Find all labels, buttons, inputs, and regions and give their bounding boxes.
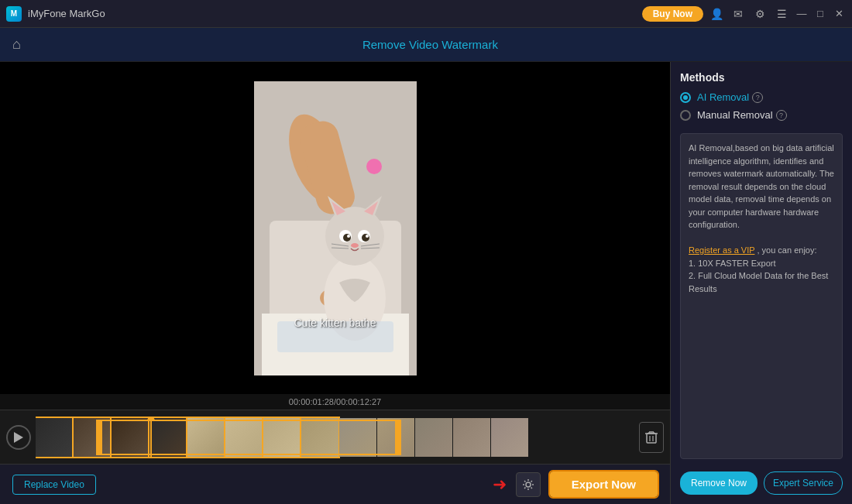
thumb-5 bbox=[187, 418, 225, 457]
play-button[interactable] bbox=[6, 425, 31, 450]
export-settings-button[interactable] bbox=[516, 472, 541, 497]
home-icon[interactable]: ⌂ bbox=[12, 36, 21, 53]
main-content: Cute kitten bathe 00:00:01:28/00:00:12:2… bbox=[0, 62, 852, 504]
ai-removal-option[interactable]: AI Removal ? bbox=[680, 91, 843, 103]
thumb-8 bbox=[301, 418, 338, 457]
account-icon[interactable]: 👤 bbox=[708, 5, 725, 22]
ai-removal-help-icon[interactable]: ? bbox=[752, 92, 763, 103]
app-logo: M bbox=[6, 6, 22, 22]
buy-now-button[interactable]: Buy Now bbox=[642, 6, 703, 22]
thumb-1 bbox=[36, 418, 73, 457]
thumb-3 bbox=[112, 418, 149, 457]
thumb-4 bbox=[149, 418, 187, 457]
bottom-right: ➜ Export Now bbox=[493, 471, 658, 497]
replace-video-button[interactable]: Replace Video bbox=[12, 475, 96, 495]
manual-removal-radio[interactable] bbox=[680, 110, 691, 121]
thumb-12 bbox=[453, 418, 490, 457]
mail-icon[interactable]: ✉ bbox=[730, 5, 747, 22]
timeline-cursor bbox=[150, 418, 152, 457]
vip-link[interactable]: Register as a VIP bbox=[689, 245, 754, 255]
svg-point-7 bbox=[325, 207, 384, 266]
menu-icon[interactable]: ☰ bbox=[773, 5, 790, 22]
trash-icon bbox=[645, 430, 658, 444]
thumb-2 bbox=[74, 418, 111, 457]
bottom-bar: Replace Video ➜ Export Now bbox=[0, 464, 670, 504]
video-frame: Cute kitten bathe bbox=[254, 81, 417, 375]
arrow-icon: ➜ bbox=[493, 475, 507, 495]
thumb-7 bbox=[263, 418, 301, 457]
ai-removal-radio[interactable] bbox=[680, 92, 691, 103]
remove-now-button[interactable]: Remove Now bbox=[680, 471, 758, 495]
methods-title: Methods bbox=[680, 71, 843, 84]
svg-point-15 bbox=[362, 234, 369, 242]
expert-service-button[interactable]: Expert Service bbox=[764, 471, 843, 495]
timeline-section bbox=[0, 410, 670, 464]
thumb-11 bbox=[415, 418, 452, 457]
ai-removal-label: AI Removal ? bbox=[697, 91, 763, 103]
video-preview: Cute kitten bathe bbox=[0, 62, 670, 394]
method-description: AI Removal,based on big data artificial … bbox=[680, 133, 843, 459]
play-icon bbox=[14, 432, 23, 443]
range-handle-left[interactable] bbox=[96, 420, 102, 455]
app-title: iMyFone MarkGo bbox=[28, 8, 105, 19]
page-title: Remove Video Watermark bbox=[21, 38, 840, 51]
titlebar: M iMyFone MarkGo Buy Now 👤 ✉ ⚙ ☰ — □ ✕ bbox=[0, 0, 852, 28]
right-panel: Methods AI Removal ? Manual Removal ? AI… bbox=[670, 62, 852, 504]
svg-point-16 bbox=[347, 235, 350, 238]
timeline-thumbnails bbox=[36, 418, 528, 457]
titlebar-left: M iMyFone MarkGo bbox=[6, 6, 105, 22]
video-section: Cute kitten bathe 00:00:01:28/00:00:12:2… bbox=[0, 62, 670, 504]
svg-rect-26 bbox=[647, 434, 656, 443]
export-now-button[interactable]: Export Now bbox=[550, 471, 658, 497]
gear-icon bbox=[522, 478, 534, 491]
thumb-6 bbox=[225, 418, 263, 457]
video-content bbox=[254, 81, 417, 375]
delete-button[interactable] bbox=[639, 422, 664, 453]
range-handle-right[interactable] bbox=[395, 420, 401, 455]
navbar: ⌂ Remove Video Watermark bbox=[0, 28, 852, 62]
timeline-track[interactable] bbox=[36, 417, 634, 458]
video-watermark: Cute kitten bathe bbox=[294, 317, 376, 329]
svg-point-17 bbox=[366, 235, 369, 238]
close-button[interactable]: ✕ bbox=[832, 7, 846, 21]
manual-removal-help-icon[interactable]: ? bbox=[776, 110, 787, 121]
manual-removal-option[interactable]: Manual Removal ? bbox=[680, 109, 843, 121]
titlebar-right: Buy Now 👤 ✉ ⚙ ☰ — □ ✕ bbox=[642, 5, 846, 22]
svg-point-33 bbox=[526, 482, 531, 487]
svg-point-23 bbox=[366, 159, 382, 174]
minimize-button[interactable]: — bbox=[795, 7, 809, 21]
manual-removal-label: Manual Removal ? bbox=[697, 109, 787, 121]
thumb-9 bbox=[339, 418, 376, 457]
thumb-13 bbox=[491, 418, 528, 457]
svg-marker-25 bbox=[14, 432, 23, 443]
svg-point-18 bbox=[351, 243, 359, 248]
video-timestamp: 00:00:01:28/00:00:12:27 bbox=[0, 394, 670, 410]
svg-point-14 bbox=[343, 234, 351, 242]
maximize-button[interactable]: □ bbox=[813, 7, 827, 21]
action-buttons: Remove Now Expert Service bbox=[680, 471, 843, 495]
settings-icon[interactable]: ⚙ bbox=[751, 5, 768, 22]
